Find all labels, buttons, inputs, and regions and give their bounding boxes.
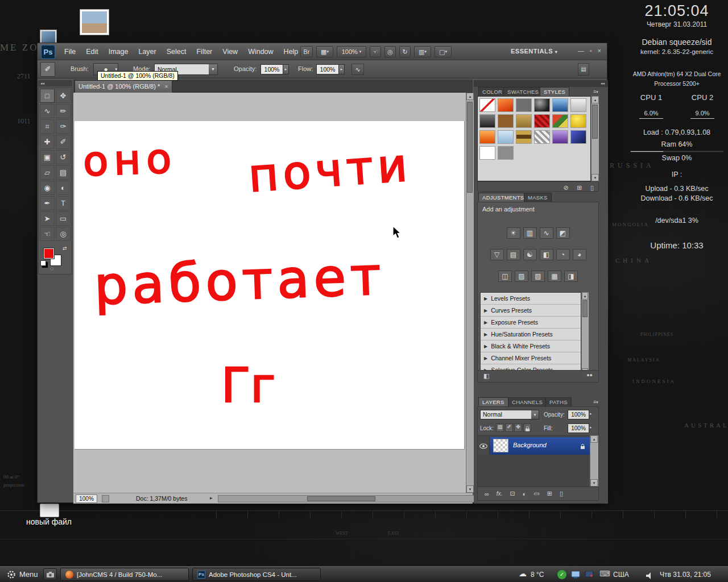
adj-hue-saturation-icon[interactable]: ▤ [507,249,520,260]
toolbar-collapse-strip[interactable]: ◂◂ [38,80,72,86]
tool-eyedropper[interactable]: ✑ [56,119,71,134]
tab-swatches[interactable]: SWATCHES [503,87,543,96]
presets-scroll-thumb[interactable] [582,300,588,317]
style-swatch[interactable] [570,130,586,144]
style-swatch[interactable] [570,98,586,112]
vertical-scrollbar[interactable]: ▴ ▾ [466,93,474,493]
preset-hue-saturation[interactable]: ▶Hue/Saturation Presets [481,329,581,340]
clear-style-icon[interactable]: ⊘ [564,184,569,191]
menu-select[interactable]: Select [162,43,192,60]
style-swatch[interactable] [498,146,514,160]
preset-levels[interactable]: ▶Levels Presets [481,293,581,305]
layer-row-background[interactable]: Background [478,437,590,455]
preset-exposure[interactable]: ▶Exposure Presets [481,317,581,329]
taskbar-item-johncms[interactable]: [JohnCMS 4 / Build 750-Mo... [60,568,189,581]
expand-arrow-icon[interactable]: ▶ [484,344,487,349]
bridge-button[interactable]: Br [300,46,313,57]
style-swatch[interactable] [552,98,568,112]
adj-curves-icon[interactable]: ∿ [540,227,553,239]
active-tool-icon[interactable]: ✐ [40,62,55,77]
volume-tray-icon[interactable] [646,571,653,581]
tool-history-brush[interactable]: ↺ [56,150,71,164]
layer-group-icon[interactable]: ▭ [533,490,539,497]
style-swatch[interactable] [479,98,495,112]
panel-menu-icon[interactable]: ≡▾ [593,399,598,405]
tab-color[interactable]: COLOR [478,87,506,96]
scroll-up-arrow[interactable]: ▴ [466,93,474,100]
tool-dodge[interactable]: ◐ [56,181,71,195]
fill-spinner[interactable]: ▸ [590,425,592,430]
desktop-icon-new-file-label[interactable]: новый файл [26,517,72,526]
close-tab-icon[interactable]: × [164,81,168,93]
delete-layer-icon[interactable]: ▯ [560,490,563,497]
taskbar-item-photoshop[interactable]: Ps Adobe Photoshop CS4 - Unt... [192,568,321,581]
tool-crop[interactable]: ⌗ [40,119,55,134]
style-swatch[interactable] [498,98,514,112]
style-swatch[interactable] [534,130,550,144]
preset-curves[interactable]: ▶Curves Presets [481,305,581,317]
style-swatch[interactable] [479,146,495,160]
expand-arrow-icon[interactable]: ▶ [484,320,487,325]
panel-menu-icon[interactable]: ≡▾ [593,89,598,94]
quick-mask-icon[interactable]: ◌ [50,265,54,272]
screenshot-button[interactable] [43,568,57,580]
lock-pixels-icon[interactable]: ✐ [505,423,513,432]
opacity-spinner[interactable]: ▸ [283,64,289,74]
tab-adjustments[interactable]: ADJUSTMENTS [478,193,528,202]
delete-style-icon[interactable]: ▯ [590,184,594,191]
airbrush-toggle[interactable]: ∿ [351,64,364,75]
tool-blur[interactable]: ◉ [40,181,55,195]
tool-shape[interactable]: ▭ [56,211,71,226]
tool-brush[interactable]: ✐ [56,135,71,149]
tab-layers[interactable]: LAYERS [478,397,508,406]
lock-all-icon[interactable] [523,423,531,432]
tool-gradient[interactable]: ▤ [56,165,71,180]
preset-channel-mixer[interactable]: ▶Channel Mixer Presets [481,352,581,364]
adj-photo-filter-icon[interactable]: ◔ [556,249,570,260]
adj-color-balance-icon[interactable]: ☯ [523,249,537,260]
desktop-icon-new-file[interactable] [40,504,59,517]
tool-eraser[interactable]: ▱ [40,165,55,180]
layer-style-icon[interactable]: fx. [497,490,503,497]
tool-healing-brush[interactable]: ✚ [40,135,55,149]
new-style-icon[interactable]: ⊞ [577,184,582,191]
adj-threshold-icon[interactable]: ▧ [531,271,545,282]
menu-window[interactable]: Window [243,43,278,60]
blend-mode-dropdown[interactable]: Normal ▾ [480,410,539,419]
tab-masks[interactable]: MASKS [524,193,552,202]
tab-channels[interactable]: CHANNELS [508,397,547,406]
tool-path-selection[interactable]: ➤ [40,211,55,226]
scroll-down-arrow[interactable]: ▾ [466,485,474,493]
dock-collapse-strip[interactable]: ◂◂ [474,80,608,87]
scroll-down-arrow[interactable]: ▾ [592,174,599,181]
style-swatch[interactable] [516,130,532,144]
default-colors-icon[interactable] [40,260,46,266]
adj-channel-mixer-icon[interactable]: ◕ [573,249,586,260]
maximize-button[interactable]: ▫ [590,47,592,54]
adj-gradient-map-icon[interactable]: ▦ [548,271,561,282]
panel-view-toggle-icon[interactable]: ●● [586,372,593,378]
canvas[interactable]: оно почти работает Гг [75,121,465,450]
horizontal-scrollbar[interactable] [218,495,489,502]
styles-scroll-thumb[interactable] [592,105,598,139]
status-flyout-arrow[interactable]: ▸ [210,495,213,501]
document-tab[interactable]: Untitled-1 @ 100% (RGB/8) * × [75,80,172,93]
menu-edit[interactable]: Edit [81,43,104,60]
adj-black-white-icon[interactable]: ◧ [540,249,553,260]
tab-paths[interactable]: PATHS [545,397,572,406]
zoom-field[interactable]: 100% [76,494,97,503]
scroll-up-arrow[interactable]: ▴ [582,292,588,300]
fill-field[interactable]: 100% [568,423,589,433]
rotate-view-button[interactable]: ↻ [399,46,411,57]
expand-arrow-icon[interactable]: ▶ [484,332,487,337]
style-swatch[interactable] [534,114,550,128]
style-swatch[interactable] [570,114,586,128]
updates-tray-icon[interactable]: ✓ [557,570,566,579]
desktop-icon-photo[interactable] [80,9,109,35]
tool-type[interactable]: T [56,196,71,210]
layer-mask-icon[interactable]: ⊡ [510,490,515,497]
tool-lasso[interactable]: ∿ [40,104,55,118]
opacity-field[interactable]: 100% [260,64,283,74]
scroll-down-arrow[interactable]: ▾ [590,479,598,487]
keyboard-tray-icon[interactable]: ⌨ [599,569,610,578]
